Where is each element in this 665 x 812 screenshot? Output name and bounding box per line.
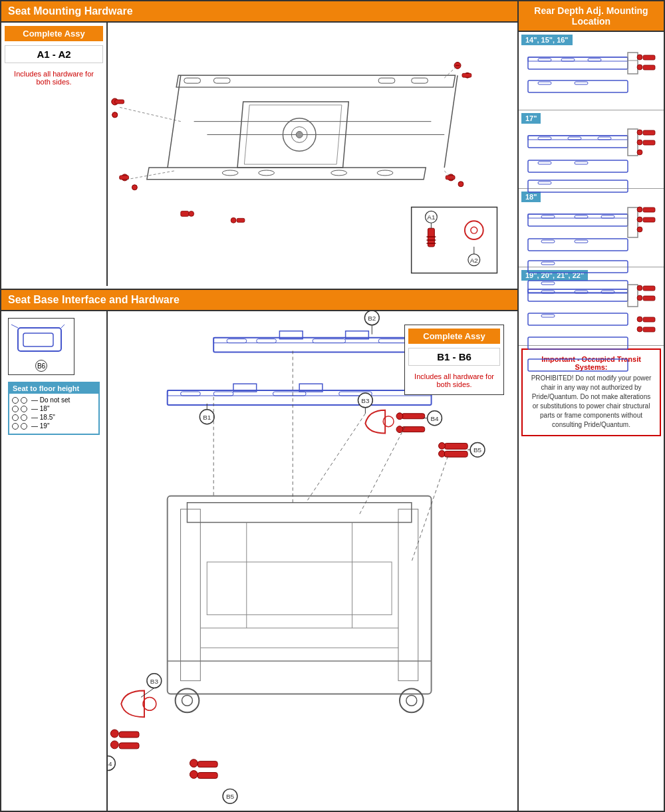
complete-assy-box-bottom: Complete Assy B1 - B6 Includes all hardw… — [404, 325, 504, 395]
depth-diagram-1 — [521, 47, 661, 107]
includes-text-top: Includes all hardware for both sides. — [5, 67, 103, 88]
svg-rect-175 — [541, 240, 555, 243]
svg-point-39 — [331, 170, 347, 176]
svg-rect-91 — [444, 444, 467, 450]
svg-rect-150 — [568, 137, 581, 140]
svg-rect-73 — [273, 392, 306, 396]
svg-rect-0 — [176, 75, 455, 87]
circle-icon-4 — [21, 406, 27, 412]
svg-point-129 — [190, 771, 198, 779]
svg-rect-160 — [575, 162, 588, 164]
svg-text:B3: B3 — [150, 678, 159, 685]
svg-rect-163 — [528, 214, 628, 226]
svg-rect-133 — [528, 57, 628, 69]
svg-rect-147 — [528, 136, 628, 148]
svg-rect-55 — [23, 333, 53, 346]
svg-line-3 — [444, 75, 458, 168]
svg-rect-164 — [528, 214, 628, 218]
svg-text:B1: B1 — [203, 414, 211, 421]
svg-rect-167 — [601, 215, 614, 218]
svg-rect-194 — [643, 317, 655, 322]
svg-rect-135 — [538, 59, 551, 61]
svg-point-127 — [190, 759, 198, 767]
depth-svg-4 — [521, 283, 661, 382]
svg-rect-71 — [181, 392, 201, 396]
svg-text:B5: B5 — [226, 793, 235, 801]
svg-rect-168 — [628, 207, 638, 237]
main-container: Seat Mounting Hardware Complete Assy A1 … — [0, 0, 665, 812]
svg-rect-198 — [528, 359, 628, 371]
svg-rect-62 — [313, 339, 346, 343]
svg-rect-165 — [541, 215, 555, 218]
seat-base-left-panel: B6 Seat to floor height — Do not set — [1, 311, 108, 812]
svg-rect-138 — [628, 53, 638, 74]
svg-rect-26 — [181, 211, 189, 216]
seat-base-content: B6 Seat to floor height — Do not set — [1, 311, 517, 812]
svg-rect-22 — [112, 112, 118, 118]
svg-rect-182 — [528, 289, 628, 293]
svg-point-140 — [637, 55, 642, 60]
svg-rect-128 — [198, 761, 217, 767]
svg-line-120 — [141, 688, 154, 698]
svg-point-123 — [110, 741, 118, 749]
floor-height-label-3: — 18.5" — [31, 414, 55, 421]
svg-rect-174 — [528, 239, 628, 251]
svg-line-56 — [11, 325, 18, 328]
svg-rect-190 — [643, 296, 655, 301]
svg-rect-54 — [18, 328, 61, 351]
depth-label-1: 14", 15", 16" — [521, 35, 573, 45]
svg-rect-191 — [528, 313, 628, 325]
svg-rect-145 — [538, 82, 551, 84]
svg-point-155 — [637, 140, 642, 145]
svg-point-171 — [637, 217, 642, 222]
complete-assy-label-bottom: Complete Assy — [408, 329, 500, 344]
svg-rect-24 — [120, 176, 129, 180]
svg-point-106 — [400, 689, 424, 713]
svg-point-157 — [637, 150, 642, 155]
svg-rect-15 — [462, 73, 471, 77]
svg-line-57 — [61, 325, 65, 328]
svg-rect-61 — [257, 339, 277, 343]
svg-rect-141 — [643, 55, 655, 60]
svg-rect-143 — [643, 65, 655, 70]
svg-rect-170 — [643, 207, 655, 212]
svg-rect-192 — [541, 315, 555, 317]
svg-rect-188 — [643, 286, 655, 291]
svg-rect-149 — [538, 137, 551, 140]
svg-point-40 — [377, 170, 393, 176]
section-bottom-inner: B6 Seat to floor height — Do not set — [1, 311, 517, 812]
svg-line-33 — [127, 171, 174, 180]
svg-rect-186 — [628, 285, 638, 307]
b6-detail: B6 — [8, 318, 74, 375]
svg-rect-83 — [402, 427, 425, 432]
svg-text:B4: B4 — [430, 415, 439, 422]
circle-icon-1 — [12, 397, 19, 404]
complete-assy-label-top: Complete Assy — [5, 26, 103, 41]
svg-text:A2: A2 — [470, 257, 479, 264]
svg-rect-176 — [575, 240, 588, 243]
circle-icon-2 — [21, 397, 27, 404]
svg-rect-197 — [528, 337, 628, 349]
svg-rect-94 — [444, 452, 467, 458]
svg-rect-159 — [538, 162, 551, 164]
svg-rect-137 — [588, 59, 601, 61]
floor-height-row-2: — 18" — [12, 405, 96, 412]
svg-rect-166 — [575, 215, 588, 218]
svg-rect-148 — [528, 136, 628, 140]
svg-point-187 — [637, 285, 642, 291]
svg-point-169 — [637, 207, 642, 212]
svg-point-82 — [396, 413, 403, 420]
depth-section-2: 17" — [519, 110, 664, 189]
svg-point-195 — [637, 327, 642, 332]
svg-text:B5: B5 — [473, 447, 482, 454]
circle-icon-5 — [12, 414, 19, 421]
svg-point-142 — [637, 65, 642, 70]
depth-svg-2 — [521, 126, 661, 199]
circle-icon-6 — [21, 414, 27, 421]
svg-rect-161 — [528, 180, 628, 192]
svg-line-32 — [118, 107, 181, 122]
svg-rect-181 — [528, 289, 628, 301]
circle-icon-8 — [21, 423, 27, 430]
svg-rect-154 — [643, 130, 655, 135]
svg-rect-124 — [119, 743, 139, 749]
